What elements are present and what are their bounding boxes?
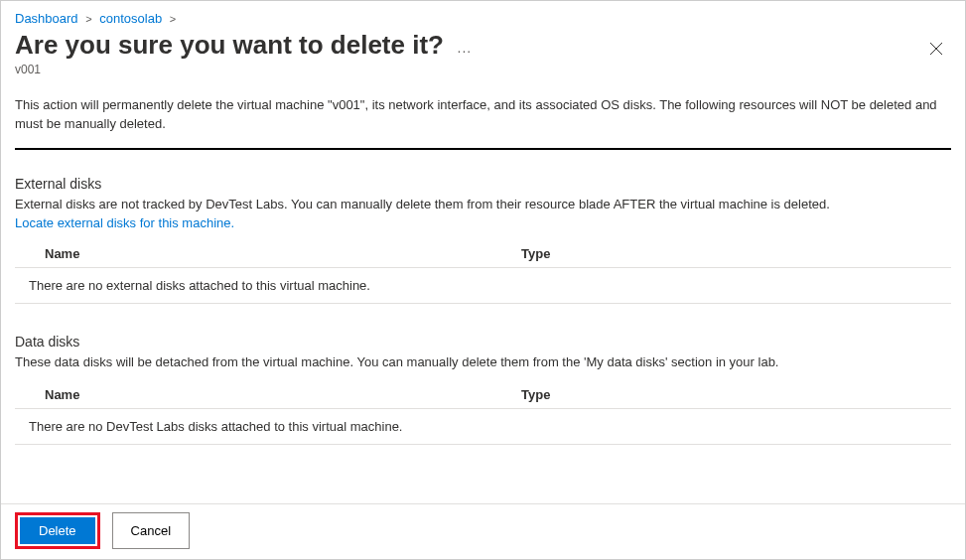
external-disks-table: Name Type There are no external disks at… [15, 240, 951, 304]
table-header: Name Type [15, 240, 951, 268]
breadcrumb-lab[interactable]: contosolab [99, 11, 162, 26]
cancel-button[interactable]: Cancel [112, 512, 190, 549]
page-subtitle: v001 [15, 63, 472, 76]
page-title: Are you sure you want to delete it? [15, 30, 444, 61]
data-disks-empty: There are no DevTest Labs disks attached… [15, 409, 951, 445]
column-name: Name [45, 387, 521, 402]
column-type: Type [521, 246, 550, 261]
footer-actions: Delete Cancel [1, 503, 965, 559]
breadcrumb: Dashboard > contosolab > [1, 1, 965, 28]
data-disks-section: Data disks These data disks will be deta… [1, 334, 965, 445]
external-disks-empty: There are no external disks attached to … [15, 268, 951, 304]
data-disks-title: Data disks [15, 334, 951, 350]
external-disks-section: External disks External disks are not tr… [1, 176, 965, 304]
delete-button-highlight: Delete [15, 512, 100, 549]
table-header: Name Type [15, 381, 951, 409]
divider [15, 148, 951, 150]
column-name: Name [45, 246, 521, 261]
external-disks-title: External disks [15, 176, 951, 192]
chevron-right-icon: > [170, 13, 176, 25]
close-button[interactable] [921, 34, 951, 67]
chevron-right-icon: > [85, 13, 91, 25]
title-block: Are you sure you want to delete it? ··· … [15, 28, 472, 76]
data-disks-desc: These data disks will be detached from t… [15, 353, 951, 371]
more-actions-icon[interactable]: ··· [458, 43, 473, 59]
column-type: Type [521, 387, 550, 402]
close-icon [929, 42, 943, 56]
locate-external-disks-link[interactable]: Locate external disks for this machine. [15, 215, 234, 230]
data-disks-table: Name Type There are no DevTest Labs disk… [15, 381, 951, 445]
external-disks-desc: External disks are not tracked by DevTes… [15, 196, 951, 213]
warning-text: This action will permanently delete the … [1, 76, 965, 148]
delete-button[interactable]: Delete [20, 517, 95, 544]
delete-confirmation-blade: Dashboard > contosolab > Are you sure yo… [0, 0, 966, 560]
breadcrumb-dashboard[interactable]: Dashboard [15, 11, 78, 26]
